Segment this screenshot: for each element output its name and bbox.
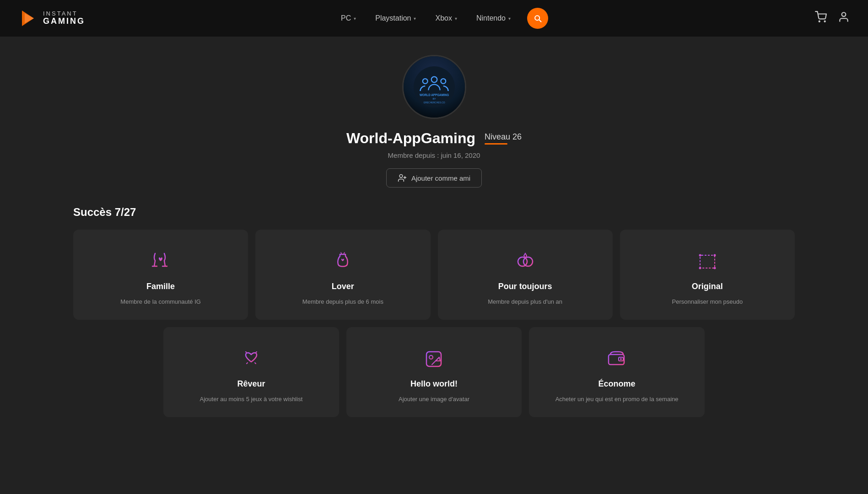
nav-pc[interactable]: PC ▾ (334, 11, 363, 26)
achievements-row-1: Famille Membre de la communauté IG (73, 230, 795, 320)
original-desc: Personnaliser mon pseudo (672, 298, 743, 306)
achievement-famille: Famille Membre de la communauté IG (73, 230, 248, 320)
svg-point-2 (819, 21, 820, 22)
main-nav: PC ▾ Playstation ▾ Xbox ▾ Nintendo ▾ (334, 8, 548, 29)
original-icon (694, 248, 721, 275)
nav-xbox[interactable]: Xbox ▾ (428, 11, 464, 26)
level-underline (485, 143, 507, 145)
svg-line-34 (247, 363, 248, 364)
svg-marker-1 (25, 13, 34, 23)
pour-toujours-desc: Membre depuis plus d'un an (488, 298, 562, 306)
achievements-title: Succès 7/27 (73, 206, 795, 219)
svg-line-35 (255, 363, 256, 364)
nav-playstation[interactable]: Playstation ▾ (368, 11, 423, 26)
svg-point-38 (429, 355, 433, 359)
svg-point-4 (842, 12, 846, 16)
add-friend-button[interactable]: Ajouter comme ami (386, 168, 482, 188)
lover-desc: Membre depuis plus de 6 mois (302, 298, 383, 306)
add-friend-icon (398, 173, 407, 183)
achievement-pour-toujours: Pour toujours Membre depuis plus d'un an (438, 230, 613, 320)
svg-point-27 (699, 267, 701, 269)
reveur-name: Rêveur (237, 379, 265, 389)
achievement-econome: Économe Acheter un jeu qui est en promo … (529, 327, 705, 417)
svg-point-19 (518, 257, 527, 266)
level-badge: Niveau 26 (485, 132, 522, 145)
econome-name: Économe (598, 379, 636, 389)
famille-name: Famille (146, 282, 175, 291)
main-content: WORLD APPGAMING BY GRECHERCHES.CO World-… (0, 37, 868, 494)
famille-icon (147, 248, 174, 275)
avatar: WORLD APPGAMING BY GRECHERCHES.CO (402, 55, 466, 119)
svg-point-41 (620, 358, 622, 360)
svg-line-32 (246, 352, 247, 353)
search-button[interactable] (527, 8, 548, 29)
header-actions (815, 11, 850, 26)
search-icon (533, 14, 542, 23)
account-button[interactable] (838, 11, 850, 26)
nav-nintendo[interactable]: Nintendo ▾ (469, 11, 518, 26)
level-text: Niveau 26 (485, 132, 522, 142)
playstation-chevron-icon: ▾ (414, 16, 416, 21)
famille-desc: Membre de la communauté IG (120, 298, 201, 306)
svg-rect-37 (426, 352, 441, 366)
profile-name-row: World-AppGaming Niveau 26 (346, 130, 522, 147)
svg-text:WORLD APPGAMING: WORLD APPGAMING (419, 93, 448, 97)
pour-toujours-name: Pour toujours (498, 282, 552, 291)
lover-name: Lover (332, 282, 354, 291)
logo-line1: INSTANT (43, 11, 85, 17)
svg-rect-39 (609, 354, 624, 365)
profile-section: WORLD APPGAMING BY GRECHERCHES.CO World-… (0, 37, 868, 206)
econome-desc: Acheter un jeu qui est en promo de la se… (555, 395, 679, 403)
achievements-section: Succès 7/27 (0, 206, 868, 417)
svg-point-20 (523, 257, 533, 266)
svg-point-26 (713, 254, 716, 257)
achievement-reveur: Rêveur Ajouter au moins 5 jeux à votre w… (163, 327, 339, 417)
hello-world-name: Hello world! (410, 379, 458, 389)
original-name: Original (692, 282, 723, 291)
svg-point-28 (713, 267, 716, 269)
achievement-lover: Lover Membre depuis plus de 6 mois (255, 230, 430, 320)
profile-username: World-AppGaming (346, 130, 475, 147)
svg-text:GRECHERCHES.CO: GRECHERCHES.CO (423, 102, 445, 104)
achievements-row-2: Rêveur Ajouter au moins 5 jeux à votre w… (73, 327, 795, 417)
logo[interactable]: INSTANT GAMING (18, 9, 85, 28)
achievement-hello-world: Hello world! Ajouter une image d'avatar (346, 327, 522, 417)
logo-line2: GAMING (43, 17, 85, 26)
member-since: Membre depuis : juin 16, 2020 (388, 151, 480, 159)
reveur-icon (237, 345, 265, 373)
svg-line-30 (256, 352, 257, 353)
pour-toujours-icon (512, 248, 539, 275)
nintendo-chevron-icon: ▾ (508, 16, 511, 21)
pc-chevron-icon: ▾ (354, 16, 356, 21)
cart-button[interactable] (815, 11, 827, 26)
xbox-chevron-icon: ▾ (455, 16, 457, 21)
svg-text:BY: BY (432, 97, 436, 100)
svg-point-25 (699, 254, 701, 257)
svg-line-17 (341, 252, 342, 254)
svg-point-12 (399, 175, 403, 178)
lover-icon (329, 248, 356, 275)
svg-line-18 (344, 252, 345, 254)
reveur-desc: Ajouter au moins 5 jeux à votre wishlist (200, 395, 303, 403)
econome-icon (603, 345, 631, 373)
achievement-original: Original Personnaliser mon pseudo (620, 230, 795, 320)
svg-point-3 (825, 21, 825, 22)
hello-world-desc: Ajouter une image d'avatar (399, 395, 469, 403)
hello-world-icon (420, 345, 447, 373)
